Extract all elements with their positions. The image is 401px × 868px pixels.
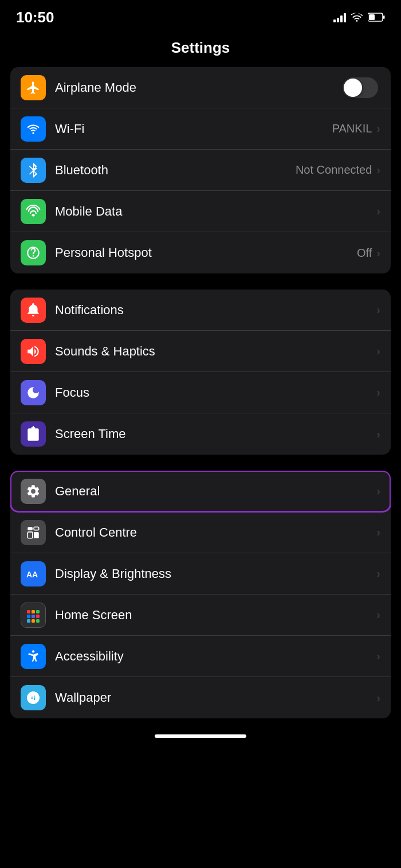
svg-point-18 xyxy=(32,650,34,652)
page-title: Settings xyxy=(0,31,401,67)
control-centre-icon xyxy=(21,520,46,545)
control-centre-row[interactable]: Control Centre › xyxy=(10,512,391,553)
svg-rect-9 xyxy=(27,610,30,613)
display-icon: AA xyxy=(21,561,46,587)
wifi-row[interactable]: Wi-Fi PANKIL › xyxy=(10,108,391,150)
wallpaper-icon xyxy=(21,685,46,710)
bluetooth-chevron: › xyxy=(376,163,380,177)
mobile-data-label: Mobile Data xyxy=(55,204,376,219)
airplane-mode-icon xyxy=(21,75,46,100)
screen-time-icon xyxy=(21,421,46,447)
general-icon xyxy=(21,479,46,504)
wallpaper-chevron: › xyxy=(376,691,380,705)
notifications-chevron: › xyxy=(376,303,380,316)
svg-rect-10 xyxy=(32,610,35,613)
hotspot-label: Personal Hotspot xyxy=(55,245,357,260)
wifi-value: PANKIL xyxy=(332,122,372,135)
screen-time-chevron: › xyxy=(376,428,380,441)
sounds-chevron: › xyxy=(376,345,380,358)
general-row[interactable]: General › xyxy=(10,471,391,512)
focus-label: Focus xyxy=(55,385,376,400)
notifications-label: Notifications xyxy=(55,303,376,318)
notifications-icon xyxy=(21,298,46,323)
signal-icon xyxy=(333,12,346,22)
svg-rect-12 xyxy=(27,615,30,618)
control-centre-chevron: › xyxy=(376,526,380,539)
display-row[interactable]: AA Display & Brightness › xyxy=(10,553,391,595)
svg-rect-7 xyxy=(34,531,39,538)
sounds-label: Sounds & Haptics xyxy=(55,344,376,359)
svg-rect-14 xyxy=(36,615,40,618)
general-chevron: › xyxy=(376,484,380,498)
wallpaper-label: Wallpaper xyxy=(55,690,376,705)
svg-rect-6 xyxy=(27,531,33,538)
display-chevron: › xyxy=(376,567,380,580)
svg-rect-15 xyxy=(27,619,30,623)
home-screen-icon xyxy=(21,603,46,628)
wifi-label: Wi-Fi xyxy=(55,122,332,136)
svg-rect-5 xyxy=(34,527,39,530)
connectivity-group: Airplane Mode Wi-Fi PANKIL › Bluetooth N… xyxy=(10,67,391,273)
notifications-row[interactable]: Notifications › xyxy=(10,290,391,331)
svg-rect-17 xyxy=(36,619,40,623)
focus-row[interactable]: Focus › xyxy=(10,372,391,413)
sounds-icon xyxy=(21,339,46,364)
bluetooth-label: Bluetooth xyxy=(55,163,296,178)
svg-text:AA: AA xyxy=(26,570,38,579)
notifications-group: Notifications › Sounds & Haptics › Focus… xyxy=(10,290,391,455)
accessibility-chevron: › xyxy=(376,650,380,663)
hotspot-value: Off xyxy=(357,247,372,260)
general-group: General › Control Centre › AA Display & … xyxy=(10,471,391,718)
wifi-chevron: › xyxy=(376,122,380,135)
general-label: General xyxy=(55,484,376,499)
airplane-mode-label: Airplane Mode xyxy=(55,80,343,95)
mobile-data-chevron: › xyxy=(376,205,380,218)
bluetooth-icon xyxy=(21,158,46,183)
hotspot-icon xyxy=(21,240,46,265)
bluetooth-row[interactable]: Bluetooth Not Connected › xyxy=(10,150,391,191)
svg-rect-11 xyxy=(36,610,40,613)
screen-time-label: Screen Time xyxy=(55,427,376,441)
control-centre-label: Control Centre xyxy=(55,525,376,540)
home-screen-label: Home Screen xyxy=(55,608,376,623)
focus-chevron: › xyxy=(376,386,380,399)
wifi-status-icon xyxy=(351,12,363,22)
mobile-data-icon xyxy=(21,199,46,224)
accessibility-label: Accessibility xyxy=(55,649,376,664)
accessibility-row[interactable]: Accessibility › xyxy=(10,636,391,677)
battery-icon xyxy=(368,13,385,22)
svg-rect-2 xyxy=(369,14,375,20)
svg-rect-16 xyxy=(32,619,35,623)
svg-rect-13 xyxy=(32,615,35,618)
mobile-data-row[interactable]: Mobile Data › xyxy=(10,191,391,232)
svg-point-3 xyxy=(32,214,34,216)
wifi-icon xyxy=(21,116,46,142)
wallpaper-row[interactable]: Wallpaper › xyxy=(10,677,391,718)
home-screen-row[interactable]: Home Screen › xyxy=(10,595,391,636)
hotspot-row[interactable]: Personal Hotspot Off › xyxy=(10,232,391,273)
display-label: Display & Brightness xyxy=(55,566,376,581)
svg-rect-4 xyxy=(27,527,33,530)
accessibility-icon xyxy=(21,644,46,669)
screen-time-row[interactable]: Screen Time › xyxy=(10,413,391,455)
status-bar: 10:50 xyxy=(0,0,401,31)
status-time: 10:50 xyxy=(16,9,54,26)
home-screen-chevron: › xyxy=(376,608,380,621)
svg-rect-1 xyxy=(383,15,385,19)
focus-icon xyxy=(21,380,46,405)
airplane-mode-toggle[interactable] xyxy=(343,77,378,98)
sounds-row[interactable]: Sounds & Haptics › xyxy=(10,331,391,372)
airplane-mode-row[interactable]: Airplane Mode xyxy=(10,67,391,108)
hotspot-chevron: › xyxy=(376,247,380,260)
bluetooth-value: Not Connected xyxy=(296,163,372,177)
status-icons xyxy=(333,12,385,22)
home-bar xyxy=(155,734,246,738)
toggle-knob xyxy=(344,79,362,97)
